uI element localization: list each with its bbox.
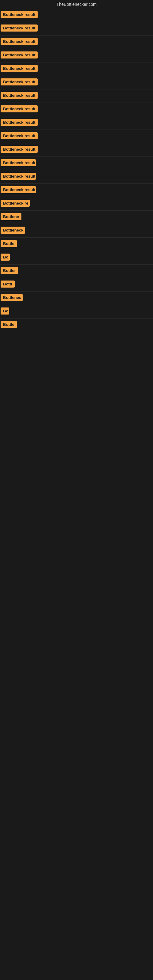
- bottleneck-badge[interactable]: Bottleneck result: [1, 159, 36, 166]
- bottleneck-badge[interactable]: Bottle: [1, 321, 17, 328]
- bottleneck-badge[interactable]: Bottleneck re: [1, 200, 30, 207]
- result-row[interactable]: Bottleneck: [0, 224, 153, 238]
- result-row[interactable]: Bottleneck result: [0, 184, 153, 197]
- result-row[interactable]: Bottleneck re: [0, 197, 153, 211]
- result-row[interactable]: Bottleneck result: [0, 49, 153, 62]
- result-row[interactable]: Bottleneck result: [0, 22, 153, 35]
- result-row[interactable]: Bottlenec: [0, 291, 153, 305]
- result-row[interactable]: Bottleneck result: [0, 157, 153, 170]
- bottleneck-badge[interactable]: Bottleneck result: [1, 51, 38, 59]
- bottleneck-badge[interactable]: Bottler: [1, 267, 18, 274]
- bottleneck-badge[interactable]: Bo: [1, 307, 9, 315]
- result-row[interactable]: Bottle: [0, 238, 153, 251]
- bottleneck-badge[interactable]: Bottleneck result: [1, 119, 38, 126]
- results-container: Bottleneck resultBottleneck resultBottle…: [0, 9, 153, 332]
- result-row[interactable]: Bottleneck result: [0, 9, 153, 22]
- bottleneck-badge[interactable]: Bottl: [1, 280, 15, 288]
- result-row[interactable]: Bottleneck result: [0, 103, 153, 116]
- bottleneck-badge[interactable]: Bottle: [1, 240, 17, 247]
- bottleneck-badge[interactable]: Bottlene: [1, 213, 21, 220]
- result-row[interactable]: Bottleneck result: [0, 130, 153, 143]
- bottleneck-badge[interactable]: Bottleneck result: [1, 65, 38, 72]
- bottleneck-badge[interactable]: Bottleneck result: [1, 92, 38, 99]
- result-row[interactable]: Bottlene: [0, 211, 153, 224]
- bottleneck-badge[interactable]: Bottlenec: [1, 294, 22, 301]
- site-title: TheBottlenecker.com: [0, 0, 153, 9]
- bottleneck-badge[interactable]: Bo: [1, 254, 10, 261]
- result-row[interactable]: Bottleneck result: [0, 62, 153, 76]
- result-row[interactable]: Bottl: [0, 278, 153, 291]
- result-row[interactable]: Bottleneck result: [0, 35, 153, 49]
- bottleneck-badge[interactable]: Bottleneck result: [1, 146, 38, 153]
- bottleneck-badge[interactable]: Bottleneck result: [1, 78, 38, 86]
- bottleneck-badge[interactable]: Bottleneck result: [1, 11, 38, 18]
- bottleneck-badge[interactable]: Bottleneck result: [1, 186, 36, 193]
- result-row[interactable]: Bottle: [0, 318, 153, 332]
- bottleneck-badge[interactable]: Bottleneck: [1, 227, 25, 234]
- result-row[interactable]: Bottleneck result: [0, 89, 153, 103]
- result-row[interactable]: Bo: [0, 251, 153, 265]
- result-row[interactable]: Bo: [0, 305, 153, 318]
- result-row[interactable]: Bottleneck result: [0, 116, 153, 130]
- result-row[interactable]: Bottleneck result: [0, 170, 153, 184]
- bottleneck-badge[interactable]: Bottleneck result: [1, 24, 38, 32]
- result-row[interactable]: Bottleneck result: [0, 143, 153, 157]
- bottleneck-badge[interactable]: Bottleneck result: [1, 132, 38, 139]
- result-row[interactable]: Bottler: [0, 265, 153, 278]
- bottleneck-badge[interactable]: Bottleneck result: [1, 105, 38, 112]
- result-row[interactable]: Bottleneck result: [0, 76, 153, 89]
- bottleneck-badge[interactable]: Bottleneck result: [1, 38, 38, 45]
- bottleneck-badge[interactable]: Bottleneck result: [1, 173, 36, 180]
